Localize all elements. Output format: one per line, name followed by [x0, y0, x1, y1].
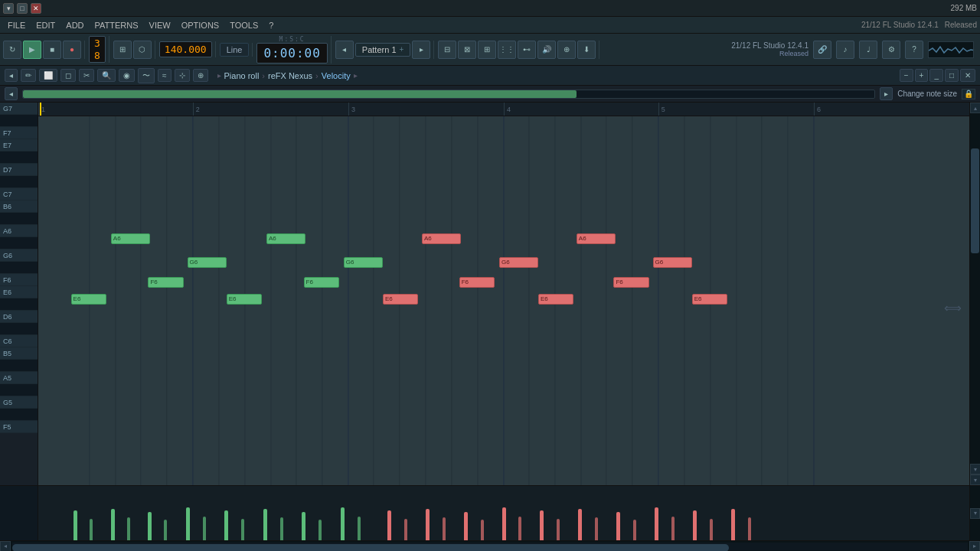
- tool-btn-2[interactable]: ⊠: [458, 41, 476, 59]
- vel-bar-g16[interactable]: [358, 517, 361, 540]
- tool-btn-6[interactable]: 🔊: [537, 41, 556, 59]
- vscroll-track[interactable]: [970, 113, 980, 464]
- menu-help[interactable]: ?: [264, 19, 278, 31]
- note-a6-1[interactable]: A6: [111, 233, 150, 244]
- breadcrumb-current[interactable]: Velocity: [322, 71, 351, 80]
- pr-tool-extra1[interactable]: ⊹: [175, 69, 190, 82]
- vel-bar-r11[interactable]: [404, 519, 407, 540]
- note-e6-2[interactable]: E6: [227, 294, 262, 305]
- vscroll-down-btn[interactable]: ▾: [970, 464, 980, 474]
- key-g6[interactable]: G6: [0, 249, 38, 262]
- key-eb6[interactable]: [0, 298, 38, 311]
- note-e6-1[interactable]: E6: [71, 294, 106, 305]
- time-sig-num[interactable]: 3: [94, 37, 100, 50]
- key-f5[interactable]: F5: [0, 421, 38, 433]
- pr-tool-erase[interactable]: ◻: [60, 69, 76, 82]
- pr-tool-bend[interactable]: 〜: [138, 68, 155, 83]
- stop-button[interactable]: ■: [43, 41, 61, 59]
- breadcrumb-instrument[interactable]: reFX Nexus: [268, 71, 312, 80]
- vel-bar-r4[interactable]: [502, 507, 506, 540]
- vel-bar-r14[interactable]: [518, 517, 521, 540]
- note-grid[interactable]: E6 A6 F6 G6 E6 A6 F6 G6 E6 A6 F6 G6: [38, 116, 969, 485]
- pattern-next[interactable]: ▸: [412, 41, 430, 59]
- menu-options[interactable]: OPTIONS: [177, 19, 224, 31]
- vel-bar-g14[interactable]: [280, 517, 283, 540]
- vel-bar-r1[interactable]: [387, 510, 391, 540]
- key-g7[interactable]: G7: [0, 103, 38, 115]
- fl-help-btn[interactable]: ?: [905, 41, 923, 59]
- vel-bar-r3[interactable]: [464, 512, 468, 540]
- hscroll-left-btn[interactable]: ◂: [0, 541, 11, 552]
- key-e6[interactable]: E6: [0, 286, 38, 298]
- hscroll-track[interactable]: [12, 543, 968, 550]
- link-button[interactable]: ⬡: [133, 41, 152, 59]
- time-sig-den[interactable]: 8: [94, 50, 100, 62]
- key-e7[interactable]: E7: [0, 139, 38, 152]
- tool-btn-5[interactable]: ⊷: [518, 41, 536, 59]
- vel-bar-r9[interactable]: [693, 510, 697, 540]
- pattern-selector[interactable]: Pattern 1 +: [355, 43, 410, 57]
- vel-bar-r13[interactable]: [481, 520, 484, 540]
- key-cs7[interactable]: [0, 176, 38, 188]
- menu-view[interactable]: VIEW: [145, 19, 175, 31]
- note-g6-1[interactable]: G6: [188, 257, 227, 268]
- note-e6-4[interactable]: E6: [538, 294, 573, 305]
- vel-bar-g8[interactable]: [341, 507, 345, 540]
- key-gs6[interactable]: [0, 237, 38, 249]
- key-eb7[interactable]: [0, 152, 38, 164]
- vscroll-expand-btn[interactable]: ▾: [970, 474, 980, 485]
- vel-bar-g4[interactable]: [186, 507, 190, 540]
- note-e6-5[interactable]: E6: [692, 294, 727, 305]
- key-b6[interactable]: B6: [0, 201, 38, 213]
- pr-zoom-in[interactable]: +: [915, 69, 929, 82]
- play-button[interactable]: ▶: [23, 41, 41, 59]
- vel-bar-r6[interactable]: [578, 509, 582, 540]
- key-d6[interactable]: D6: [0, 311, 38, 323]
- vel-bar-r17[interactable]: [633, 520, 636, 540]
- key-fs6[interactable]: [0, 262, 38, 274]
- key-fs7[interactable]: [0, 115, 38, 127]
- fl-midi-btn[interactable]: ♩: [859, 41, 877, 59]
- fl-link-btn[interactable]: 🔗: [813, 41, 831, 59]
- download-btn[interactable]: ⬇: [577, 41, 596, 59]
- vel-bar-g2[interactable]: [111, 509, 115, 540]
- pr-tool-zoom[interactable]: 🔍: [97, 69, 116, 82]
- key-c7[interactable]: C7: [0, 188, 38, 201]
- note-size-lock-icon[interactable]: 🔒: [962, 89, 975, 99]
- key-gs5[interactable]: [0, 384, 38, 396]
- vel-bar-r15[interactable]: [557, 519, 560, 540]
- vel-bar-r2[interactable]: [426, 509, 430, 540]
- pattern-add-icon[interactable]: +: [400, 45, 404, 54]
- fl-audio-btn[interactable]: ♪: [836, 41, 854, 59]
- menu-tools[interactable]: TOOLS: [225, 19, 263, 31]
- menu-patterns[interactable]: PATTERNS: [90, 19, 143, 31]
- vel-bar-r19[interactable]: [710, 519, 713, 540]
- fl-settings-btn[interactable]: ⚙: [882, 41, 900, 59]
- note-a6-2[interactable]: A6: [266, 233, 305, 244]
- vel-bar-r20[interactable]: [748, 517, 751, 540]
- loop-button[interactable]: ↻: [3, 41, 21, 59]
- tool-btn-7[interactable]: ⊕: [557, 41, 576, 59]
- note-a6-3[interactable]: A6: [422, 233, 461, 244]
- note-g6-3[interactable]: G6: [499, 257, 538, 268]
- vel-bar-g13[interactable]: [241, 519, 244, 540]
- minimize-button[interactable]: ▾: [3, 3, 14, 14]
- vel-bar-r5[interactable]: [540, 510, 544, 540]
- pr-tool-cut[interactable]: ✂: [79, 69, 94, 82]
- breadcrumb-root[interactable]: Piano roll: [224, 71, 260, 80]
- vel-bar-g10[interactable]: [127, 517, 130, 540]
- key-as5[interactable]: [0, 360, 38, 372]
- vel-bar-g15[interactable]: [318, 520, 322, 540]
- key-cs6[interactable]: [0, 323, 38, 335]
- vscroll-up-btn[interactable]: ▴: [970, 103, 980, 113]
- vel-bar-g12[interactable]: [203, 517, 206, 540]
- tool-btn-1[interactable]: ⊟: [438, 41, 456, 59]
- pr-zoom-out[interactable]: −: [900, 69, 913, 82]
- pr-minimize[interactable]: _: [929, 69, 943, 82]
- key-fs5[interactable]: [0, 409, 38, 421]
- tool-btn-4[interactable]: ⋮⋮: [498, 41, 516, 59]
- vel-bar-g6[interactable]: [263, 509, 267, 540]
- note-next-btn[interactable]: ▸: [880, 87, 893, 100]
- hscroll-right-btn[interactable]: ▸: [969, 541, 980, 552]
- vel-bar-g7[interactable]: [302, 512, 305, 540]
